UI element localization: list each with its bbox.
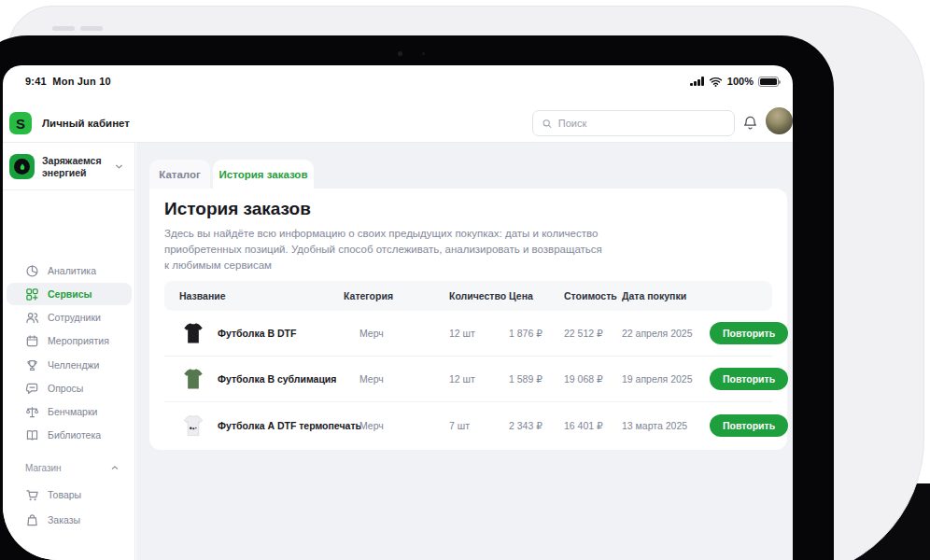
shopping-bag-icon (25, 513, 39, 527)
sidebar-item-benchmarks[interactable]: Бенчмарки (7, 400, 132, 423)
section-title: История заказов (164, 199, 311, 219)
section-description: Здесь вы найдёте всю информацию о своих … (164, 226, 603, 273)
org-selector[interactable]: Заряжаемся энергией (3, 154, 135, 186)
repeat-order-button[interactable]: Повторить (710, 322, 788, 344)
pie-chart-icon (25, 264, 39, 278)
status-bar-indicators: 100% (690, 76, 779, 87)
sidebar-item-surveys[interactable]: Опросы (7, 377, 132, 399)
table-row: Футболка А DTF термопечать Мерч 7 шт 2 3… (164, 402, 772, 448)
people-icon (25, 311, 39, 325)
product-image-black-tshirt (179, 319, 207, 347)
notifications-bell-icon[interactable] (742, 115, 758, 134)
orders-table: Название Категория Количество Цена Стоим… (164, 281, 772, 448)
battery-icon (758, 77, 779, 87)
tab-catalog[interactable]: Каталог (149, 160, 210, 189)
app-logo[interactable]: S (9, 112, 32, 134)
order-history-card: История заказов Здесь вы найдёте всю инф… (149, 189, 787, 450)
search-input[interactable] (558, 118, 726, 129)
product-image-green-tshirt (179, 365, 207, 393)
col-quantity: Количество (449, 290, 509, 301)
volume-down-button (80, 26, 103, 31)
cart-icon (25, 488, 39, 502)
wifi-icon (709, 77, 723, 87)
page: 9:41 Mon Jun 10 100% S Личный кабинет (0, 0, 930, 560)
front-sensor (422, 52, 425, 55)
tablet-screen: 9:41 Mon Jun 10 100% S Личный кабинет (3, 65, 793, 560)
section-label: Магазин (25, 463, 62, 473)
table-header-row: Название Категория Количество Цена Стоим… (164, 281, 772, 311)
org-logo-icon (9, 154, 35, 179)
main-content: Каталог История заказов История заказов … (136, 143, 793, 560)
status-bar-time-date: 9:41 Mon Jun 10 (25, 76, 111, 87)
sidebar-item-orders[interactable]: Заказы (7, 509, 132, 531)
app-logo-letter: S (16, 116, 25, 132)
sidebar-item-employees[interactable]: Сотрудники (7, 306, 132, 329)
sidebar-item-library[interactable]: Библиотека (7, 424, 132, 446)
clock: 9:41 (25, 76, 47, 87)
sidebar-section-shop[interactable]: Магазин (7, 459, 132, 476)
col-total: Стоимость (564, 290, 622, 301)
date: Mon Jun 10 (52, 76, 111, 87)
chevron-down-icon (113, 160, 125, 176)
sidebar-divider (3, 189, 135, 190)
front-camera (398, 51, 402, 56)
repeat-order-button[interactable]: Повторить (710, 368, 788, 390)
cellular-signal-icon (690, 77, 704, 86)
trophy-icon (25, 358, 39, 372)
col-price: Цена (509, 290, 564, 301)
search-icon (542, 118, 553, 130)
sidebar-item-products[interactable]: Товары (7, 483, 132, 506)
calendar-icon (25, 334, 39, 348)
table-row: Футболка В сублимация Мерч 12 шт 1 589 ₽… (164, 357, 772, 402)
sidebar-item-challenges[interactable]: Челленджи (7, 354, 132, 376)
sidebar-item-analytics[interactable]: Аналитика (7, 259, 132, 282)
chat-bubble-icon (25, 382, 39, 396)
page-title: Личный кабинет (42, 118, 130, 129)
search-box[interactable] (532, 110, 735, 136)
sidebar: Заряжаемся энергией Аналитика (3, 143, 135, 560)
product-image-white-tshirt (179, 412, 207, 440)
chevron-up-icon (109, 462, 120, 473)
user-avatar[interactable] (766, 107, 793, 134)
repeat-order-button[interactable]: Повторить (710, 414, 788, 437)
apps-plus-icon (25, 287, 39, 301)
flame-icon (18, 162, 27, 172)
col-category: Категория (344, 290, 449, 301)
battery-percentage: 100% (727, 76, 754, 87)
table-row: Футболка В DTF Мерч 12 шт 1 876 ₽ 22 512… (164, 311, 772, 357)
col-date: Дата покупки (622, 290, 710, 301)
scales-icon (25, 405, 39, 419)
org-name: Заряжаемся энергией (42, 155, 102, 179)
col-name: Название (179, 290, 344, 301)
sidebar-item-services[interactable]: Сервисы (7, 283, 132, 305)
open-book-icon (25, 428, 39, 442)
sidebar-item-events[interactable]: Мероприятия (7, 329, 132, 352)
tab-order-history[interactable]: История заказов (213, 160, 314, 189)
volume-up-button (52, 26, 75, 31)
